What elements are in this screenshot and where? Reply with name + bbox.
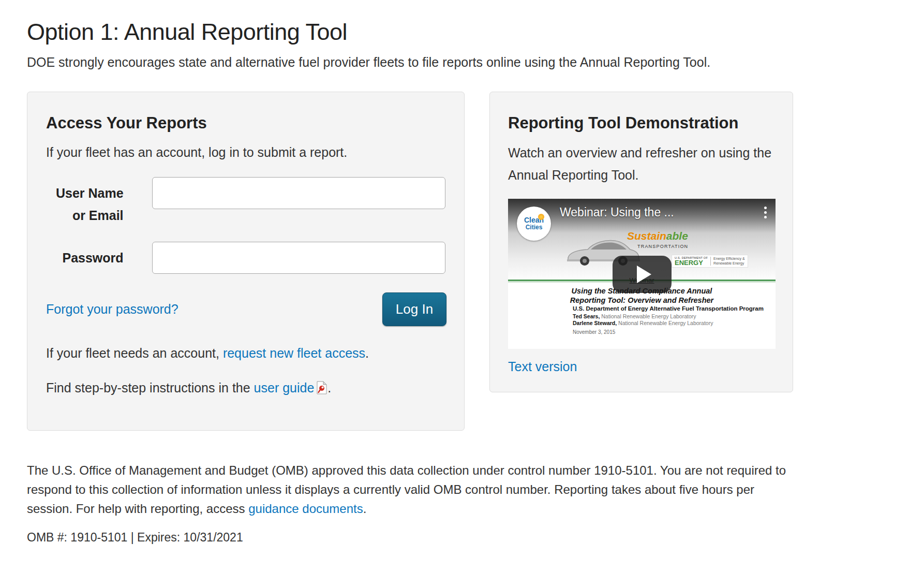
demo-panel-heading: Reporting Tool Demonstration xyxy=(508,114,774,133)
clean-cities-logo: Clean Cities xyxy=(517,207,551,241)
demo-panel-intro: Watch an overview and refresher on using… xyxy=(508,142,774,186)
forgot-password-link[interactable]: Forgot your password? xyxy=(46,302,178,317)
guidance-documents-link[interactable]: guidance documents xyxy=(248,502,363,516)
log-in-button[interactable]: Log In xyxy=(382,292,446,326)
user-guide-line: Find step-by-step instructions in the us… xyxy=(46,380,445,398)
video-menu-dots-icon[interactable] xyxy=(764,207,767,218)
password-label: Password xyxy=(46,242,124,274)
request-access-suffix: . xyxy=(365,346,369,360)
clean-cities-line2: Cities xyxy=(526,224,543,231)
login-actions-row: Forgot your password? Log In xyxy=(46,292,446,326)
energy-name-label: ENERGY xyxy=(675,259,708,266)
request-access-prefix: If your fleet needs an account, xyxy=(46,346,223,360)
play-icon xyxy=(637,266,651,283)
video-caption-line2: Reporting Tool: Overview and Refresher xyxy=(508,296,776,305)
username-input[interactable] xyxy=(152,177,445,209)
energy-sub-line1: Energy Efficiency & xyxy=(713,257,745,261)
text-version-link[interactable]: Text version xyxy=(508,359,577,374)
page-subtitle: DOE strongly encourages state and altern… xyxy=(27,55,897,70)
access-panel-heading: Access Your Reports xyxy=(46,114,445,133)
transportation-label: TRANSPORTATION xyxy=(637,244,688,249)
omb-paragraph: The U.S. Office of Management and Budget… xyxy=(27,461,788,518)
request-access-link[interactable]: request new fleet access xyxy=(223,346,365,360)
user-guide-link[interactable]: user guide xyxy=(254,380,315,395)
access-panel-intro: If your fleet has an account, log in to … xyxy=(46,143,445,162)
demo-panel: Reporting Tool Demonstration Watch an ov… xyxy=(489,92,793,392)
video-date: November 3, 2015 xyxy=(573,329,615,335)
omb-control-number-line: OMB #: 1910-5101 | Expires: 10/31/2021 xyxy=(27,531,897,545)
annual-reporting-tool-page: Option 1: Annual Reporting Tool DOE stro… xyxy=(0,0,924,587)
user-guide-prefix: Find step-by-step instructions in the xyxy=(46,380,254,395)
video-title: Webinar: Using the ... xyxy=(560,206,674,219)
play-button[interactable] xyxy=(613,256,672,293)
panels-row: Access Your Reports If your fleet has an… xyxy=(27,92,897,431)
username-label: User Name or Email xyxy=(46,177,124,226)
request-access-line: If your fleet needs an account, request … xyxy=(46,346,445,361)
energy-sub-line2: Renewable Energy xyxy=(713,261,745,266)
video-presenter-1: Ted Sears, National Renewable Energy Lab… xyxy=(573,313,696,319)
video-presenter-2: Darlene Steward, National Renewable Ener… xyxy=(573,320,713,326)
password-row: Password xyxy=(46,242,445,274)
video-org-line: U.S. Department of Energy Alternative Fu… xyxy=(573,305,764,312)
omb-paragraph-text: The U.S. Office of Management and Budget… xyxy=(27,463,786,516)
username-row: User Name or Email xyxy=(46,177,445,226)
pdf-icon[interactable] xyxy=(316,381,327,398)
clean-cities-sun-icon xyxy=(538,214,544,220)
omb-paragraph-suffix: . xyxy=(363,502,367,516)
video-thumbnail[interactable]: Sustainable TRANSPORTATION U.S. DEPARTME… xyxy=(508,199,776,349)
user-guide-suffix: . xyxy=(327,380,331,395)
page-title: Option 1: Annual Reporting Tool xyxy=(27,19,897,46)
energy-logo: U.S. DEPARTMENT OF ENERGY Energy Efficie… xyxy=(672,255,748,268)
access-reports-panel: Access Your Reports If your fleet has an… xyxy=(27,92,465,431)
password-input[interactable] xyxy=(152,242,445,274)
